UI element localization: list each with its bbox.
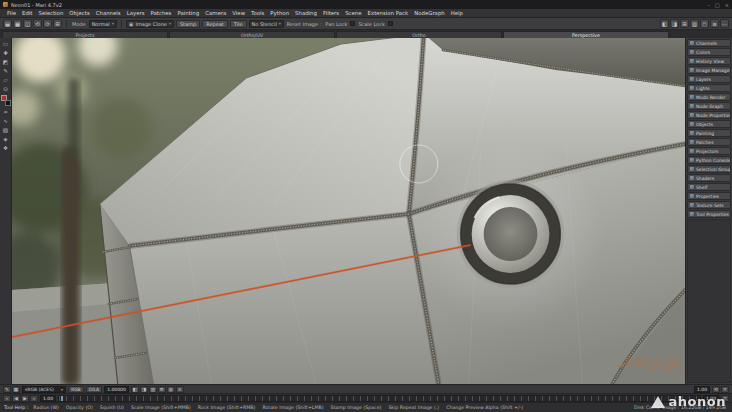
eraser-tool[interactable]: ▱ [1,76,11,84]
palette-button[interactable]: Shelf [687,183,731,191]
menu-item[interactable]: File [4,10,19,16]
previous-frame-button[interactable]: ◀ [12,395,20,402]
save-icon[interactable]: ◫ [23,19,32,28]
minimize-button[interactable]: – [708,2,711,8]
palette-button[interactable]: Modo Render [687,93,731,101]
projection-icon[interactable]: ▦ [12,386,20,393]
color-swatches[interactable] [1,95,11,106]
menu-item[interactable]: Channels [93,10,124,16]
tile-button[interactable]: Tile [230,20,247,28]
palette-button[interactable]: Patches [687,138,731,146]
smear-tool[interactable]: ∿ [1,117,11,125]
paint-buffer-icon[interactable]: ✎ [3,386,11,393]
menu-item[interactable]: Tools [248,10,267,16]
stamp-button[interactable]: Stamp [176,20,200,28]
palette-button[interactable]: Python Console [687,156,731,164]
color-picker-tool[interactable]: ❖ [1,144,11,152]
viewport-canvas[interactable]: Current Project : Neon01diffuse : 4096 x… [12,38,685,384]
menu-item[interactable]: Filters [320,10,342,16]
palette-button[interactable]: Properties [687,192,731,200]
close-button[interactable]: × [725,2,729,8]
menu-item[interactable]: Selection [35,10,66,16]
marquee-select-tool[interactable]: ◩ [1,58,11,66]
palette-button[interactable]: Shaders [687,174,731,182]
new-project-icon[interactable]: ▤ [3,19,12,28]
menu-item[interactable]: Help [448,10,466,16]
list-view-icon[interactable]: ≡ [710,19,719,28]
undo-icon[interactable]: ⟲ [33,19,42,28]
dila-button[interactable]: DILA [86,386,102,393]
palette-button[interactable]: Channels [687,39,731,47]
more-options-icon[interactable]: ⋯ [720,19,729,28]
mask-right-icon[interactable]: ◨ [140,386,148,393]
wave-icon[interactable]: ≋ [176,386,184,393]
exposure-field[interactable]: 1.00 [694,386,710,393]
scale-lock-checkbox[interactable] [388,21,393,26]
palette-button[interactable]: Image Manager [687,66,731,74]
blur-tool[interactable]: ≈ [1,108,11,116]
palette-button[interactable]: Tool Properties [687,210,731,218]
menu-item[interactable]: NodeGraph [411,10,448,16]
tab-ortho-uv[interactable]: Ortho/UV [169,31,335,38]
menu-item[interactable]: Patches [148,10,175,16]
falloff-icon[interactable]: ◍ [167,386,175,393]
play-button[interactable]: ▶ [21,395,29,402]
vector-paint-tool[interactable]: ◈ [1,135,11,143]
paint-tool[interactable]: ✎ [1,67,11,75]
palette-button[interactable]: Painting [687,129,731,137]
palette-button[interactable]: Lights [687,84,731,92]
palette-button[interactable]: Projectors [687,147,731,155]
frame-current-field[interactable]: 1.00 [703,395,719,402]
overlay-icon[interactable]: ▥ [690,19,699,28]
maximize-button[interactable]: □ [715,2,720,8]
grid-snap-icon[interactable]: ⊞ [680,19,689,28]
timeline-cursor[interactable] [61,396,63,401]
mode-dropdown[interactable]: Normal ▾ [89,20,117,28]
menu-item[interactable]: Extension Pack [365,10,412,16]
mask-left-icon[interactable]: ◧ [131,386,139,393]
redo-icon[interactable]: ⟳ [43,19,52,28]
menu-item[interactable]: View [229,10,248,16]
menu-item[interactable]: Edit [19,10,35,16]
tab-ortho[interactable]: Ortho [336,31,502,38]
background-color-swatch[interactable] [5,100,11,106]
options-menu-icon[interactable]: ≡ [721,386,729,393]
tab-perspective[interactable]: Perspective [503,31,669,38]
tab-projects[interactable]: Projects [2,31,168,38]
grid-icon[interactable]: ⊞ [158,386,166,393]
menu-item[interactable]: Layers [124,10,148,16]
mirror-vertical-icon[interactable]: ◨ [670,19,679,28]
go-to-start-button[interactable]: « [3,395,11,402]
menu-item[interactable]: Objects [66,10,92,16]
add-channel-icon[interactable]: ⊞ [53,19,62,28]
menu-item[interactable]: Painting [174,10,202,16]
menu-item[interactable]: Scene [342,10,364,16]
palette-button[interactable]: History View [687,57,731,65]
menu-item[interactable]: Shading [292,10,320,16]
go-to-end-button[interactable]: » [30,395,38,402]
pan-lock-checkbox[interactable] [350,21,355,26]
open-project-icon[interactable]: ▦ [13,19,22,28]
3d-scene[interactable] [12,38,685,384]
timeline-options-icon[interactable]: ≡ [721,395,729,402]
frame-start-field[interactable]: 1.00 [40,395,56,402]
menu-item[interactable]: Camera [202,10,229,16]
transform-tool[interactable]: ✚ [1,49,11,57]
stencil-dropdown[interactable]: No Stencil ▾ [249,20,284,28]
palette-button[interactable]: Texture Sets [687,201,731,209]
paint-tool-dropdown[interactable]: ▣ Image Clone ▾ [126,20,174,28]
value-field[interactable]: 1.00000 [104,386,129,393]
palette-button[interactable]: Colors [687,48,731,56]
channel-view-icon[interactable]: ▥ [149,386,157,393]
palette-button[interactable]: Node Graph [687,102,731,110]
rgb-button[interactable]: RGB [68,386,84,393]
isolate-select-icon[interactable]: ◻ [700,19,709,28]
gradient-tool[interactable]: ▨ [1,126,11,134]
timeline-ruler[interactable] [58,395,701,402]
palette-button[interactable]: Layers [687,75,731,83]
reset-view-icon[interactable]: ⟲ [712,386,720,393]
palette-button[interactable]: Node Properties [687,111,731,119]
colorspace-dropdown[interactable]: sRGB (ACES) ▾ [22,386,66,393]
palette-button[interactable]: Objects [687,120,731,128]
clone-stamp-tool[interactable]: ⊙ [1,85,11,93]
